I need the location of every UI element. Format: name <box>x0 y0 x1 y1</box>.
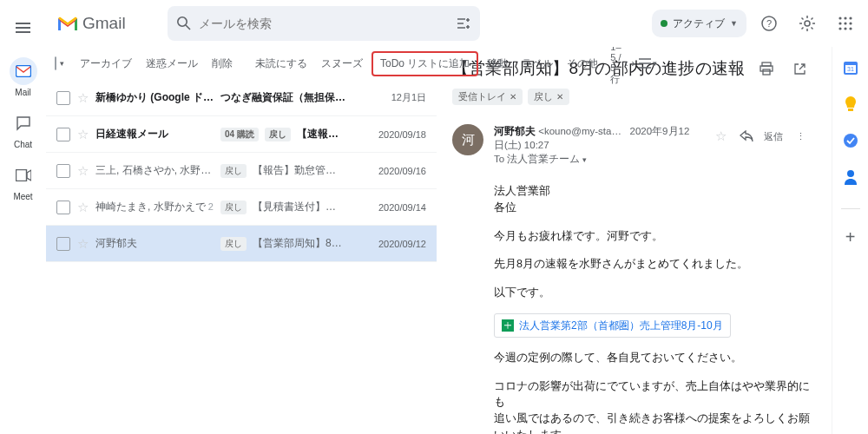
sender-avatar[interactable]: 河 <box>452 124 483 155</box>
gmail-logo[interactable]: Gmail <box>53 14 135 33</box>
row-star[interactable]: ☆ <box>77 127 89 142</box>
markunread-button[interactable]: 未読にする <box>250 53 312 75</box>
row-star[interactable]: ☆ <box>77 236 89 252</box>
popout-icon <box>793 62 806 76</box>
search-input[interactable] <box>199 16 449 30</box>
row-subject: つなぎ融資保証（無担保… <box>220 90 369 105</box>
svg-line-3 <box>186 25 190 30</box>
row-subject: 戻し【報告】勤怠管… <box>220 163 369 178</box>
mail-icon <box>16 65 31 77</box>
more-actions-button[interactable]: ⋮ <box>788 124 812 148</box>
settings-button[interactable] <box>792 8 823 39</box>
svg-point-11 <box>844 22 846 24</box>
sidepanel-addons[interactable]: + <box>842 228 859 246</box>
meet-icon <box>16 169 31 181</box>
next-page-button[interactable]: › <box>632 51 635 76</box>
gear-icon <box>799 15 816 32</box>
label-chip[interactable]: 受信トレイ ✕ <box>452 89 523 105</box>
email-row[interactable]: ☆ 日経速報メール 04 購読戻し【速報… 2020/09/18 <box>46 116 437 153</box>
svg-point-9 <box>849 16 852 19</box>
nav-chat[interactable]: Chat <box>5 109 42 149</box>
prev-page-button[interactable]: ‹ <box>625 51 628 76</box>
gmail-logo-icon <box>56 15 79 32</box>
sender-address: <kouno@my-sta… <box>538 126 621 136</box>
row-star[interactable]: ☆ <box>77 90 89 106</box>
svg-point-27 <box>847 170 854 177</box>
details-chevron[interactable]: ▾ <box>582 155 587 164</box>
sheet-attachment-link[interactable]: 法人営業第2部（首都圏）売上管理8月-10月 <box>494 313 731 338</box>
sheets-icon <box>502 319 514 332</box>
menu-button[interactable] <box>6 10 41 45</box>
sidepanel-tasks[interactable] <box>842 132 859 149</box>
move-button[interactable]: 移動 <box>482 53 513 75</box>
apps-button[interactable] <box>830 8 861 39</box>
svg-rect-21 <box>763 69 770 75</box>
help-button[interactable]: ? <box>753 8 785 39</box>
email-row[interactable]: ☆ 三上, 石橋さやか, 水野…3 戻し【報告】勤怠管… 2020/09/16 <box>46 153 437 189</box>
svg-point-15 <box>849 27 852 30</box>
spam-button[interactable]: 迷惑メール <box>141 53 203 75</box>
chip-remove[interactable]: ✕ <box>556 92 563 102</box>
status-pill[interactable]: アクティブ ▼ <box>652 10 746 37</box>
snooze-button[interactable]: スヌーズ <box>316 53 368 75</box>
row-date: 2020/09/16 <box>376 166 426 176</box>
row-sender: 日経速報メール <box>95 127 214 141</box>
nav-mail-label: Mail <box>15 88 30 97</box>
filter-icon[interactable] <box>456 16 471 31</box>
row-sender: 河野郁夫 <box>95 236 214 251</box>
label-badge: 04 購読 <box>220 128 259 141</box>
sidepanel-contacts[interactable] <box>842 168 859 186</box>
nav-mail[interactable]: Mail <box>5 57 42 97</box>
select-all-checkbox[interactable] <box>55 56 56 70</box>
print-icon <box>760 62 773 76</box>
archive-button[interactable]: アーカイブ <box>75 53 137 75</box>
svg-rect-20 <box>760 66 773 71</box>
star-button[interactable]: ☆ <box>708 124 733 148</box>
reply-label: 返信 <box>764 130 783 143</box>
labels-button[interactable]: ラベル <box>516 53 558 75</box>
chevron-down-icon: ▼ <box>730 19 738 28</box>
svg-point-14 <box>844 27 846 30</box>
row-sender: 三上, 石橋さやか, 水野…3 <box>95 163 214 178</box>
popout-button[interactable] <box>786 56 812 82</box>
row-checkbox[interactable] <box>56 128 70 141</box>
density-button[interactable]: ▾ <box>639 51 657 76</box>
sender-name: 河野郁夫 <box>494 125 536 137</box>
row-checkbox[interactable] <box>56 237 70 251</box>
nav-meet[interactable]: Meet <box>5 161 42 201</box>
apps-icon <box>838 16 853 31</box>
search-box[interactable] <box>168 6 480 41</box>
row-star[interactable]: ☆ <box>77 200 89 215</box>
label-chip[interactable]: 戻し ✕ <box>528 89 569 105</box>
svg-point-10 <box>838 22 841 24</box>
row-subject: 戻し【営業部周知】8… <box>220 236 369 251</box>
label-badge: 戻し <box>220 201 247 214</box>
reply-button[interactable] <box>734 124 759 148</box>
calendar-icon: 31 <box>843 60 858 76</box>
row-checkbox[interactable] <box>56 91 70 105</box>
svg-point-8 <box>844 16 846 19</box>
sidepanel-calendar[interactable]: 31 <box>842 59 859 76</box>
help-icon: ? <box>760 15 778 32</box>
addtodo-button[interactable]: ToDo リストに追加 <box>372 51 478 76</box>
delete-button[interactable]: 削除 <box>207 53 238 75</box>
chip-remove[interactable]: ✕ <box>510 92 516 102</box>
row-date: 2020/09/14 <box>376 202 426 213</box>
svg-point-2 <box>177 17 186 26</box>
row-star[interactable]: ☆ <box>77 163 89 179</box>
row-sender: 神崎たまき, 水野かえで2 <box>95 200 214 214</box>
select-chevron[interactable]: ▾ <box>60 59 64 68</box>
email-row[interactable]: ☆ 神崎たまき, 水野かえで2 戻し【見積書送付】… 2020/09/14 <box>46 189 437 226</box>
page-label: 1–5 / 5 行 <box>610 47 621 86</box>
more-button[interactable]: その他 <box>562 53 603 75</box>
to-line: To 法人営業チーム <box>494 153 580 166</box>
keep-icon <box>844 95 858 113</box>
email-body: 法人営業部各位 今月もお疲れ様です。河野です。 先月8月の速報を水野さんがまとめ… <box>452 183 812 434</box>
email-row[interactable]: ☆ 新橋ゆかり (Google ドキ… つなぎ融資保証（無担保… 12月1日 <box>46 80 437 116</box>
sidepanel-keep[interactable] <box>842 95 859 113</box>
email-row[interactable]: ☆ 河野郁夫 戻し【営業部周知】8… 2020/09/12 <box>46 226 437 262</box>
row-checkbox[interactable] <box>56 201 70 214</box>
print-button[interactable] <box>753 56 779 82</box>
active-dot <box>661 20 667 27</box>
row-checkbox[interactable] <box>56 164 70 178</box>
